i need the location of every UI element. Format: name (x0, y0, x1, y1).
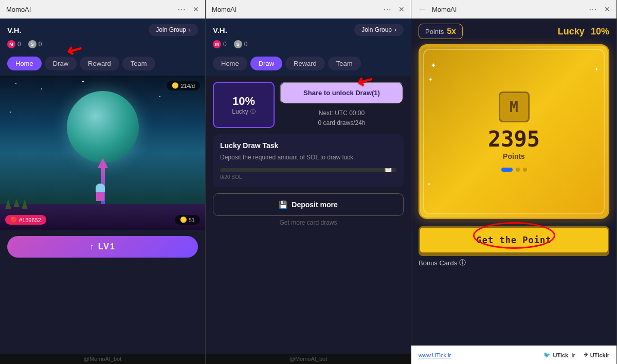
close-icon-2[interactable]: ✕ (398, 5, 405, 13)
points-content: Points 5x Lucky 10% ✦ ✦ ✦ ✦ M 2395 Point… (411, 19, 616, 345)
header-stats-1: M 0 S 0 (7, 40, 198, 48)
draw-content: ↙ 10% Lucky ⓘ Share to unlock Draw(1) Ne… (206, 76, 411, 354)
sparkle-3: ✦ (594, 66, 598, 72)
sparkle-1: ✦ (430, 61, 437, 69)
header-stats-2: M 0 S 0 (213, 40, 404, 48)
watermark-2: @MomoAI_bot (206, 354, 411, 364)
lucky-pct: 10% (232, 95, 255, 108)
close-icon-3[interactable]: ✕ (604, 5, 610, 13)
deposit-icon: 💾 (279, 201, 287, 209)
points-header: Points 5x Lucky 10% (419, 24, 609, 39)
app-title-3: MomoAI (432, 6, 457, 13)
titlebar-3: ← MomoAI ⋯ ✕ (411, 0, 616, 19)
telegram-item: ✈ UTIckir (584, 352, 609, 358)
star-2 (41, 88, 42, 89)
task-desc: Deposit the required amount of SOL to dr… (220, 153, 396, 162)
watermark-1: @MomoAI_bot (0, 354, 205, 364)
footer-bar: www.UTick.ir 🐦 UTick_ir ✈ UTIckir (411, 345, 616, 364)
trees-graphic (5, 199, 28, 209)
stat-s-1: S 0 (28, 40, 42, 48)
footer-social: 🐦 UTick_ir ✈ UTIckir (543, 352, 609, 358)
panel-home: MomoAI ⋯ ✕ V.H. Join Group › M 0 S 0 H (0, 0, 206, 364)
draw-card-row: 10% Lucky ⓘ Share to unlock Draw(1) Next… (213, 82, 404, 128)
star-3 (82, 81, 84, 82)
tree-1 (5, 199, 11, 209)
app-title-1: MomoAI (6, 6, 31, 13)
panel-points: ← MomoAI ⋯ ✕ Points 5x Lucky 10% ✦ (411, 0, 617, 364)
char-head (96, 184, 105, 192)
get-point-button[interactable]: Get the Point (419, 226, 609, 254)
lucky-label: Lucky ⓘ (232, 108, 255, 115)
panel-draw: MomoAI ⋯ ✕ V.H. Join Group › M 0 S 0 H (206, 0, 411, 364)
app-title-2: MomoAI (212, 6, 237, 13)
bonus-cards-label: Bonus Cards ⓘ (419, 258, 609, 267)
tab-draw-1[interactable]: Draw (45, 57, 77, 70)
rate-badge: 🟡 214/d (167, 81, 200, 90)
points-number: 2395 (488, 129, 540, 150)
dot-1 (501, 168, 513, 172)
titlebar-controls-2: ⋯ ✕ (383, 5, 405, 14)
nav-tabs-1: Home Draw Reward Team (0, 57, 205, 76)
lv-button[interactable]: ↑ LV1 (7, 236, 198, 258)
share-unlock-button[interactable]: Share to unlock Draw(1) (280, 82, 404, 104)
moon-graphic (67, 91, 139, 163)
dot-indicator (501, 168, 527, 172)
telegram-icon: ✈ (584, 352, 588, 358)
deposit-button[interactable]: 💾 Deposit more (213, 193, 404, 216)
website-link[interactable]: www.UTick.ir (419, 352, 451, 358)
tab-team-2[interactable]: Team (328, 57, 361, 70)
star-4 (159, 96, 160, 97)
titlebar-1: MomoAI ⋯ ✕ (0, 0, 205, 19)
next-info: Next: UTC 00:00 0 card draws/24h (280, 108, 404, 128)
menu-dots-2[interactable]: ⋯ (383, 5, 392, 14)
tab-home-2[interactable]: Home (213, 57, 247, 70)
char-body (96, 192, 104, 201)
lucky-percentage: Lucky 10% (558, 26, 609, 37)
bonus-info-icon: ⓘ (459, 258, 466, 267)
progress-bar-bg: 📋 (220, 168, 396, 172)
get-point-wrapper: Get the Point (419, 226, 609, 254)
stat-m-2: M 0 (213, 40, 227, 48)
app-header-2: V.H. Join Group › M 0 S 0 (206, 19, 411, 57)
titlebar-controls-3: ⋯ ✕ (589, 5, 610, 14)
username-1: V.H. (7, 26, 22, 34)
draw-row-wrapper: ↙ 10% Lucky ⓘ Share to unlock Draw(1) Ne… (213, 82, 404, 128)
info-icon-luck: ⓘ (250, 108, 256, 115)
sparkle-4: ✦ (427, 182, 431, 187)
coin-icon-small: 🟡 (180, 216, 187, 223)
back-button[interactable]: ← (418, 4, 427, 15)
deposit-subtitle: Get more card draws (213, 219, 404, 226)
share-section: Share to unlock Draw(1) Next: UTC 00:00 … (280, 82, 404, 128)
username-2: V.H. (213, 26, 227, 34)
tab-reward-1[interactable]: Reward (80, 57, 119, 70)
titlebar-controls-1: ⋯ ✕ (177, 5, 199, 14)
tab-reward-2[interactable]: Reward (285, 57, 325, 70)
m-icon-1: M (7, 40, 15, 48)
lucky-draw-task: Lucky Draw Task Deposit the required amo… (213, 134, 404, 187)
s-icon-1: S (28, 40, 37, 48)
close-icon-1[interactable]: ✕ (193, 5, 199, 13)
tab-team-1[interactable]: Team (122, 57, 155, 70)
twitter-item: 🐦 UTick_ir (543, 352, 575, 358)
coins-badge: 🟡 51 (175, 215, 200, 225)
star-5 (10, 112, 11, 113)
twitter-handle: UTick_ir (553, 352, 575, 358)
star-1 (15, 83, 16, 84)
join-group-button-1[interactable]: Join Group › (149, 24, 198, 36)
momo-logo: M (499, 92, 530, 122)
dot-3 (523, 168, 527, 172)
game-area-1: 🟡 214/d 🔴 #139652 🟡 51 ↑ LV1 (0, 76, 205, 354)
tree-2 (13, 199, 20, 207)
twitter-icon: 🐦 (543, 352, 551, 358)
hash-icon: 🔴 (10, 216, 17, 223)
tab-draw-2[interactable]: Draw (250, 57, 282, 70)
game-image-1: 🟡 214/d 🔴 #139652 🟡 51 (0, 76, 205, 230)
menu-dots-1[interactable]: ⋯ (177, 5, 187, 14)
tab-home-1[interactable]: Home (7, 57, 42, 70)
stat-m-1: M 0 (7, 40, 21, 48)
progress-label: 0/20 SOL (220, 174, 396, 180)
stat-s-2: S 0 (234, 40, 248, 48)
header-top-1: V.H. Join Group › (7, 24, 198, 36)
join-group-button-2[interactable]: Join Group › (354, 24, 404, 36)
menu-dots-3[interactable]: ⋯ (589, 5, 598, 14)
